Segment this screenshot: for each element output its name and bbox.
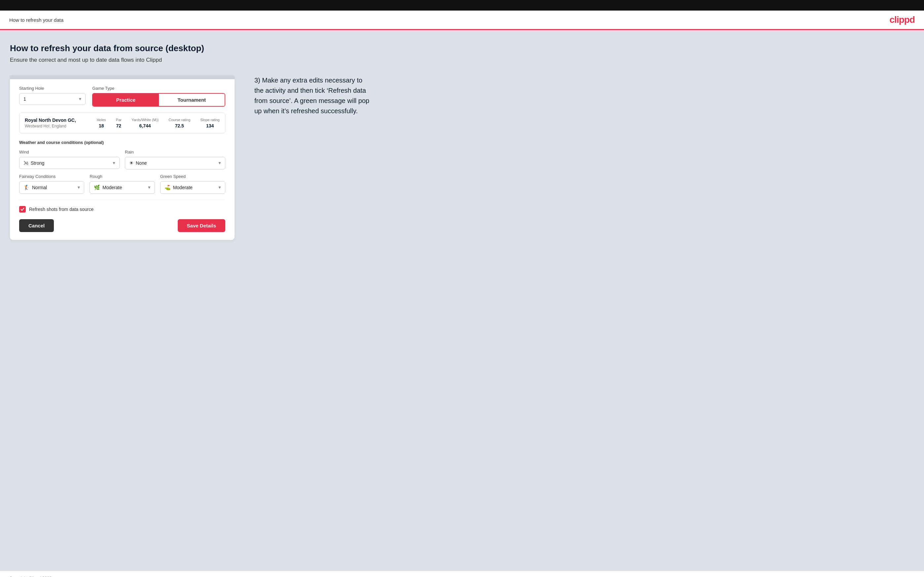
green-speed-icon: ⛳	[165, 185, 171, 190]
main-content: How to refresh your data from source (de…	[0, 30, 924, 571]
rain-icon: ☀	[129, 160, 134, 166]
header-title: How to refresh your data	[9, 17, 63, 23]
green-speed-label: Green Speed	[160, 174, 225, 179]
rain-value: None	[136, 160, 147, 166]
chevron-down-icon: ▼	[218, 185, 222, 190]
starting-hole-select[interactable]: 1 ▼	[19, 93, 86, 105]
wind-icon: 🌬	[23, 160, 28, 166]
slope-rating-value: 134	[200, 123, 220, 128]
green-speed-select[interactable]: ⛳ Moderate ▼	[160, 181, 225, 194]
button-row: Cancel Save Details	[19, 219, 225, 232]
holes-stat: Holes 18	[97, 118, 106, 128]
chevron-down-icon: ▼	[218, 161, 222, 165]
rough-icon: 🌿	[94, 185, 100, 190]
wind-group: Wind 🌬 Strong ▼	[19, 150, 120, 169]
game-type-group: Game Type Practice Tournament	[92, 86, 225, 106]
fairway-icon: 🏌	[23, 185, 30, 190]
refresh-checkbox[interactable]	[19, 206, 26, 213]
tournament-button[interactable]: Tournament	[159, 94, 225, 106]
course-info-box: Royal North Devon GC, Westward Ho!, Engl…	[19, 113, 225, 133]
course-name-location: Royal North Devon GC, Westward Ho!, Engl…	[25, 118, 76, 128]
practice-button[interactable]: Practice	[93, 94, 158, 106]
rough-select[interactable]: 🌿 Moderate ▼	[89, 181, 155, 194]
wind-rain-row: Wind 🌬 Strong ▼ Rain ☀ None ▼	[19, 150, 225, 169]
par-label: Par	[116, 118, 121, 122]
chevron-down-icon: ▼	[112, 161, 116, 165]
yards-label: Yards/White (M))	[131, 118, 158, 122]
starting-hole-value: 1	[23, 97, 26, 102]
slope-rating-stat: Slope rating 134	[200, 118, 220, 128]
refresh-checkbox-row: Refresh shots from data source	[19, 206, 225, 213]
holes-value: 18	[97, 123, 106, 128]
rough-group: Rough 🌿 Moderate ▼	[89, 174, 155, 194]
save-button[interactable]: Save Details	[178, 219, 225, 232]
yards-value: 6,744	[131, 123, 158, 128]
rough-label: Rough	[89, 174, 155, 179]
wind-label: Wind	[19, 150, 120, 155]
right-text-area: 3) Make any extra edits necessary to the…	[254, 75, 373, 116]
content-area: Starting Hole 1 ▼ Game Type Practice Tou…	[10, 75, 914, 240]
footer: Copyright Clippd 2022	[0, 571, 924, 577]
chevron-down-icon: ▼	[78, 97, 82, 102]
cancel-button[interactable]: Cancel	[19, 219, 54, 232]
starting-hole-label: Starting Hole	[19, 86, 86, 91]
copyright-text: Copyright Clippd 2022	[9, 576, 52, 577]
course-location: Westward Ho!, England	[25, 124, 76, 128]
wind-value: Strong	[31, 160, 44, 166]
top-bar	[0, 0, 924, 11]
fairway-rough-green-row: Fairway Conditions 🏌 Normal ▼ Rough 🌿 Mo…	[19, 174, 225, 194]
yards-stat: Yards/White (M)) 6,744	[131, 118, 158, 128]
header: How to refresh your data clippd	[0, 11, 924, 30]
divider	[19, 200, 225, 200]
refresh-checkbox-label: Refresh shots from data source	[29, 206, 94, 212]
course-rating-label: Course rating	[168, 118, 190, 122]
checkmark-icon	[21, 207, 24, 211]
fairway-label: Fairway Conditions	[19, 174, 84, 179]
form-card: Starting Hole 1 ▼ Game Type Practice Tou…	[10, 75, 234, 240]
wind-select[interactable]: 🌬 Strong ▼	[19, 157, 120, 169]
page-subtitle: Ensure the correct and most up to date d…	[10, 57, 914, 63]
right-text-content: 3) Make any extra edits necessary to the…	[254, 75, 373, 116]
rough-value: Moderate	[102, 185, 122, 190]
course-name: Royal North Devon GC,	[25, 118, 76, 123]
rain-label: Rain	[125, 150, 225, 155]
starting-hole-group: Starting Hole 1 ▼	[19, 86, 86, 106]
fairway-value: Normal	[32, 185, 47, 190]
par-stat: Par 72	[116, 118, 121, 128]
rain-select[interactable]: ☀ None ▼	[125, 157, 225, 169]
page-title: How to refresh your data from source (de…	[10, 43, 914, 53]
course-rating-stat: Course rating 72.5	[168, 118, 190, 128]
course-stats: Holes 18 Par 72 Yards/White (M)) 6,744 C…	[97, 118, 220, 128]
rain-group: Rain ☀ None ▼	[125, 150, 225, 169]
game-type-buttons: Practice Tournament	[92, 93, 225, 106]
chevron-down-icon: ▼	[77, 185, 81, 190]
weather-section-title: Weather and course conditions (optional)	[19, 140, 225, 145]
chevron-down-icon: ▼	[147, 185, 151, 190]
card-top-strip	[10, 75, 234, 79]
starting-hole-game-type-row: Starting Hole 1 ▼ Game Type Practice Tou…	[19, 86, 225, 106]
holes-label: Holes	[97, 118, 106, 122]
fairway-select[interactable]: 🏌 Normal ▼	[19, 181, 84, 194]
green-speed-group: Green Speed ⛳ Moderate ▼	[160, 174, 225, 194]
par-value: 72	[116, 123, 121, 128]
game-type-label: Game Type	[92, 86, 225, 91]
course-rating-value: 72.5	[168, 123, 190, 128]
logo: clippd	[890, 15, 915, 25]
green-speed-value: Moderate	[173, 185, 192, 190]
fairway-group: Fairway Conditions 🏌 Normal ▼	[19, 174, 84, 194]
slope-rating-label: Slope rating	[200, 118, 220, 122]
